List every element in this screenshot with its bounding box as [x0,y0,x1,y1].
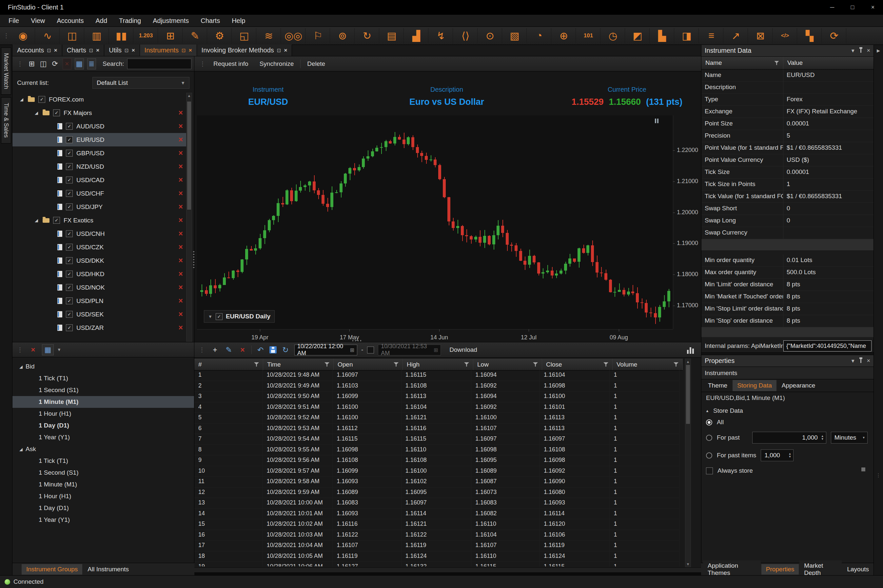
tab-all-instruments[interactable]: All Instruments [83,564,134,574]
grid-view-icon[interactable]: ▦ [75,58,84,69]
minimize-button[interactable]: ─ [822,4,842,11]
table-row[interactable]: 1910/28/2021 10:06 AM1.161271.161321.161… [194,562,679,566]
drag-handle-icon[interactable]: ⋮ [15,60,24,68]
properties-tab-theme[interactable]: Theme [703,380,732,391]
property-row[interactable]: Precision5 [701,130,874,142]
store-all-option[interactable]: All [701,416,874,429]
side-tab-market-watch[interactable]: Market Watch [1,48,11,94]
remove-icon[interactable]: × [179,283,183,292]
remove-icon[interactable]: × [179,202,183,211]
table-row[interactable]: 1010/28/2021 9:57 AM1.160991.161001.1608… [194,466,679,477]
filter-icon[interactable] [464,362,469,366]
tree-scrollbar[interactable]: ▲ [186,93,192,342]
rows-list-icon[interactable]: ≡ [700,28,723,44]
tree-item-gbp-usd[interactable]: ✓GBP/USD× [12,146,186,160]
table-row[interactable]: 810/28/2021 9:55 AM1.160981.161101.16098… [194,445,679,456]
side-tab-time-sales[interactable]: Time & Sales [1,97,11,143]
table-row[interactable]: 1710/28/2021 10:04 AM1.161071.161191.161… [194,540,679,551]
search-input[interactable] [127,58,191,69]
always-store-checkbox[interactable] [706,468,713,474]
internal-params-input[interactable]: {"MarketId":401449250,"Name [783,340,871,351]
radio-for-past[interactable] [706,435,712,441]
history-column-num[interactable]: # [194,359,263,370]
spinner-arrows[interactable]: ▲▼ [788,452,793,458]
tree-item-usd-cnh[interactable]: ✓USD/CNH× [12,227,186,240]
settings-icon[interactable]: ⚙ [208,28,232,44]
item-checkbox[interactable]: ✓ [66,136,73,143]
table-row[interactable]: 1110/28/2021 9:58 AM1.160931.161021.1608… [194,477,679,488]
remove-icon[interactable]: × [179,229,183,238]
close-icon[interactable]: × [54,47,57,54]
period-item[interactable]: 1 Minute (M1) [12,396,194,408]
add-row-icon[interactable]: + [210,346,220,354]
tree-view-icon[interactable]: ≣ [87,58,96,69]
tree-item-eur-usd[interactable]: ✓EUR/USD× [12,133,186,146]
tree-item-usd-zar[interactable]: ✓USD/ZAR× [12,321,186,334]
period-group-bid[interactable]: ◢Bid [12,361,194,372]
store-for-past-items-option[interactable]: For past items 1,000 ▲▼ [701,447,874,464]
filter-icon[interactable] [254,362,259,366]
tree-item-usd-pln[interactable]: ✓USD/PLN× [12,294,186,308]
property-row[interactable]: NameEUR/USD [701,69,874,82]
delete-button[interactable]: Delete [303,59,330,69]
history-column-close[interactable]: Close [542,359,613,370]
remove-icon[interactable]: × [179,310,183,319]
period-item[interactable]: 1 Second (S1) [12,467,194,478]
item-checkbox[interactable]: ✓ [66,190,73,197]
chart-history-icon[interactable]: ▚ [798,28,822,44]
chart-line-icon[interactable]: ↯ [429,28,453,44]
cards-icon[interactable]: ▤ [380,28,404,44]
date-from-input[interactable]: 10/22/2021 12:00 AM ⊞ [294,345,357,356]
scroll-down-icon[interactable]: ▼ [685,562,691,566]
item-checkbox[interactable]: ✓ [66,123,73,130]
remove-icon[interactable]: × [179,135,183,144]
menu-item-accounts[interactable]: Accounts [51,17,90,25]
collapse-icon[interactable]: ▲ [705,409,710,413]
series-checkbox[interactable]: ✓ [216,313,222,320]
synchronize-button[interactable]: Synchronize [255,59,299,69]
menu-item-view[interactable]: View [25,17,51,25]
table-row[interactable]: 210/28/2021 9:49 AM1.161031.161081.16092… [194,381,679,392]
period-item[interactable]: 1 Minute (M1) [12,478,194,490]
period-item[interactable]: 1 Second (S1) [12,384,194,396]
expander-icon[interactable]: ◢ [18,447,24,452]
property-row[interactable]: Min 'Market if Touched' order distance8 … [701,291,874,303]
property-row[interactable]: Swap Currency [701,227,874,239]
remove-icon[interactable]: × [179,149,183,158]
radio-for-past-items[interactable] [706,452,712,459]
edit-icon[interactable]: ✎ [224,346,234,354]
period-item[interactable]: 1 Tick (T1) [12,455,194,467]
chart-wave-icon[interactable]: ≋ [257,28,281,44]
expander-icon[interactable]: ◢ [19,97,24,102]
tab-accounts[interactable]: Accounts⊡× [12,45,62,56]
download-button[interactable]: Download [445,345,482,355]
drag-handle-icon[interactable]: ⋮ [874,472,883,478]
history-column-time[interactable]: Time [263,359,334,370]
property-row[interactable]: Min 'Stop Limit' order distance8 pts [701,303,874,315]
item-checkbox[interactable]: ✓ [53,217,60,224]
item-checkbox[interactable]: ✓ [66,244,73,250]
property-row[interactable]: Tick Size0.00001 [701,166,874,178]
pin-icon[interactable] [860,359,861,363]
splitter-grip[interactable] [352,340,362,341]
sync-icon[interactable]: ↻ [355,28,379,44]
period-item[interactable]: 1 Day (D1) [12,420,194,431]
search-data-icon[interactable]: ⊙ [478,28,502,44]
filter-icon[interactable] [324,362,329,366]
window-layout-icon[interactable]: ◱ [233,28,256,44]
scroll-thumb[interactable] [686,365,690,424]
filter-icon[interactable] [774,61,779,65]
item-checkbox[interactable]: ✓ [66,271,73,278]
period-group-ask[interactable]: ◢Ask [12,443,194,455]
filter-icon[interactable] [604,362,608,366]
chevron-down-icon[interactable]: ▼ [57,347,61,352]
trend-arrow-icon[interactable]: ↗ [724,28,748,44]
tree-item-aud-usd[interactable]: ✓AUD/USD× [12,120,186,133]
tab-instruments[interactable]: Instruments⊡× [140,45,197,56]
drag-handle-icon[interactable]: ⋮ [1,32,11,39]
menu-item-help[interactable]: Help [226,17,251,25]
chevron-down-icon[interactable]: ▼ [208,314,212,319]
resize-grip[interactable] [861,468,865,471]
item-checkbox[interactable]: ✓ [66,230,73,237]
flow-chart-icon[interactable]: ⊠ [749,28,773,44]
